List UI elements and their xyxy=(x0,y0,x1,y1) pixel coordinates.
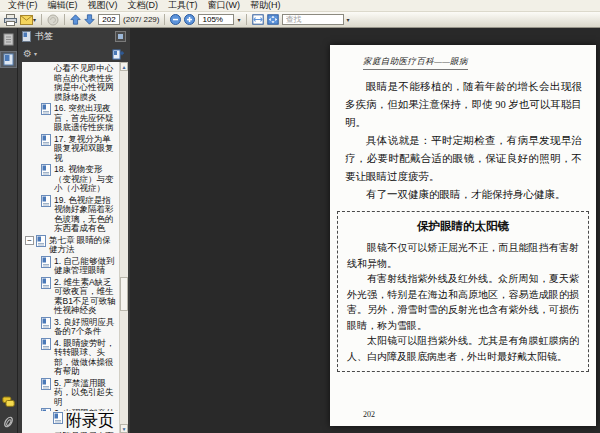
options-caret-icon: ▾ xyxy=(34,50,37,57)
comments-icon xyxy=(2,396,15,408)
menu-item[interactable]: 窗口(W) xyxy=(203,0,246,12)
bookmarks-panel-button[interactable] xyxy=(1,52,16,67)
printer-icon xyxy=(4,14,17,26)
bookmark-item[interactable]: 16. 突然出现夜盲，首先应怀疑眼底遗传性疾病 xyxy=(23,104,118,133)
collapse-toggle-icon[interactable]: − xyxy=(25,236,34,245)
find-input[interactable] xyxy=(282,14,344,25)
bookmark-label: 心看不见即中心暗点的代表性疾病是中心性视网膜脉络膜炎 xyxy=(54,64,118,102)
toolbar-separator xyxy=(41,14,42,25)
page-number-label: 202 xyxy=(363,410,375,419)
email-icon xyxy=(20,15,33,25)
bookmarks-panel-header: 书签 xyxy=(18,28,130,45)
bookmark-page-icon xyxy=(41,338,51,350)
bookmark-label: 2. 维生素A缺乏可致夜盲，维生素B1不足可致轴性视神经炎 xyxy=(54,278,118,316)
attachments-panel-button[interactable] xyxy=(1,414,16,429)
paragraph: 有了一双健康的眼睛，才能保持身心健康。 xyxy=(345,186,582,204)
bookmark-page-icon xyxy=(41,103,51,115)
paragraph: 太阳镜可以阻挡紫外线。尤其是有角膜虹膜病的人、白内障及眼底病患者，外出时最好戴太… xyxy=(347,333,579,364)
disabled-circle-icon xyxy=(47,14,59,26)
pdf-reader-window: 文件(F)编辑(E)视图(V)文档(D)工具(T)窗口(W)帮助(H) ▾ (2… xyxy=(0,0,600,433)
bookmark-icon xyxy=(41,164,51,176)
paperclip-icon xyxy=(3,415,14,429)
page-count-label: (207/ 229) xyxy=(123,15,159,24)
menu-item[interactable]: 工具(T) xyxy=(163,0,203,12)
bookmark-icon xyxy=(53,410,63,422)
menu-item[interactable]: 编辑(E) xyxy=(43,0,83,12)
menu-item[interactable]: 文件(F) xyxy=(3,0,43,12)
paragraph: 眼睛是不能移植的，随着年龄的增长会出现很多疾病，但如果注意保持，即使 90 岁也… xyxy=(345,78,582,132)
bookmark-item[interactable]: 心看不见即中心暗点的代表性疾病是中心性视网膜脉络膜炎 xyxy=(23,64,118,102)
fullscreen-button[interactable] xyxy=(267,13,279,27)
bookmark-label: 19. 色视症是指视物好象隔着彩色玻璃，无色的东西看成有色 xyxy=(54,196,118,234)
bookmark-page-icon xyxy=(36,235,46,247)
bookmark-item[interactable]: 19. 色视症是指视物好象隔着彩色玻璃，无色的东西看成有色 xyxy=(23,196,118,234)
bookmark-icon xyxy=(41,277,51,289)
bookmarks-panel-title: 书签 xyxy=(35,30,111,43)
zoom-level-value: 105% xyxy=(202,15,222,24)
bookmark-item[interactable]: 18. 视物变形（变视症）与变小（小视症） xyxy=(23,165,118,194)
bookmark-icon xyxy=(41,317,51,329)
tip-box-title: 保护眼睛的太阳镜 xyxy=(347,219,579,234)
page-content: 家庭自助医疗百科——眼病 眼睛是不能移植的，随着年龄的增长会出现很多疾病，但如果… xyxy=(330,45,596,372)
navigation-icon-strip xyxy=(0,28,18,433)
bookmark-item[interactable]: 附录页 xyxy=(23,411,118,432)
menu-item[interactable]: 帮助(H) xyxy=(245,0,286,12)
comments-panel-button[interactable] xyxy=(1,394,16,409)
bookmark-icon xyxy=(41,378,51,390)
page-number-input[interactable] xyxy=(98,14,120,25)
bookmarks-panel-toolbar: ⚙ ▾ xyxy=(18,45,130,62)
bookmark-label: 5. 严禁滥用眼药，以免引起失明 xyxy=(54,379,118,408)
previous-page-button[interactable] xyxy=(70,13,81,27)
menu-item[interactable]: 文档(D) xyxy=(123,0,164,12)
print-button[interactable] xyxy=(4,13,17,27)
body-paragraphs: 眼睛是不能移植的，随着年龄的增长会出现很多疾病，但如果注意保持，即使 90 岁也… xyxy=(345,78,582,204)
scroll-down-arrow[interactable]: ▼ xyxy=(120,424,128,433)
bookmarks-panel: 书签 ⚙ ▾ 心看不见即中心暗点的代表性疾病是中心性视网膜脉络膜炎16. 突然出… xyxy=(18,28,130,433)
pages-panel-button[interactable] xyxy=(1,32,16,47)
panel-menu-button[interactable] xyxy=(115,31,126,42)
bookmark-page-icon xyxy=(41,195,51,207)
fit-width-button[interactable] xyxy=(252,13,264,27)
bookmark-item[interactable]: 2. 维生素A缺乏可致夜盲，维生素B1不足可致轴性视神经炎 xyxy=(23,278,118,316)
fullscreen-icon xyxy=(267,14,279,25)
expand-current-bookmark-button[interactable] xyxy=(112,48,125,60)
options-gear-icon[interactable]: ⚙ xyxy=(23,49,32,59)
pages-icon xyxy=(3,33,14,46)
bookmark-page-icon xyxy=(41,164,51,176)
bookmark-item[interactable]: 1. 自己能够做到健康管理眼睛 xyxy=(23,257,118,276)
bookmark-scrollbar[interactable]: ▲ ▼ xyxy=(119,62,128,433)
bookmark-item[interactable]: 17. 复视分为单眼复视和双眼复视 xyxy=(23,135,118,164)
zoom-level-combobox[interactable]: 105% xyxy=(198,14,234,25)
bookmark-label: 4. 眼睛疲劳时，转转眼球、头部，做做体操很有帮助 xyxy=(54,339,118,377)
bookmark-icon xyxy=(41,103,51,115)
next-page-button[interactable] xyxy=(84,13,95,27)
zoom-out-button[interactable] xyxy=(170,13,181,27)
zoom-in-icon xyxy=(184,14,195,25)
scroll-up-arrow[interactable]: ▲ xyxy=(120,62,128,71)
bookmark-label: 附录页 xyxy=(66,411,118,432)
bookmark-item[interactable]: 5. 严禁滥用眼药，以免引起失明 xyxy=(23,379,118,408)
bookmark-page-icon xyxy=(41,277,51,289)
document-view-area[interactable]: 家庭自助医疗百科——眼病 眼睛是不能移植的，随着年龄的增长会出现很多疾病，但如果… xyxy=(130,28,600,433)
bookmark-tree: 心看不见即中心暗点的代表性疾病是中心性视网膜脉络膜炎16. 突然出现夜盲，首先应… xyxy=(23,64,118,433)
running-header: 家庭自助医疗百科——眼病 xyxy=(363,56,468,70)
toolbar: ▾ (207/ 229) 105% ▾ ▾ xyxy=(0,12,600,28)
bookmark-tab-icon xyxy=(22,31,31,42)
bookmark-icon xyxy=(36,235,46,247)
bookmark-item[interactable]: −第七章 眼睛的保健方法 xyxy=(23,236,118,255)
bookmark-item[interactable]: 4. 眼睛疲劳时，转转眼球、头部，做做体操很有帮助 xyxy=(23,339,118,377)
bookmarks-icon xyxy=(3,53,14,66)
paragraph: 眼镜不仅可以矫正屈光不正，而且能阻挡有害射线和异物。 xyxy=(347,240,579,271)
zoom-in-button[interactable] xyxy=(184,13,195,27)
menu-item[interactable]: 视图(V) xyxy=(83,0,123,12)
bookmark-page-icon xyxy=(53,412,63,424)
find-caret-icon: ▾ xyxy=(347,17,350,23)
paragraph: 具体说就是：平时定期检查，有病早发现早治疗，必要时配戴合适的眼镜，保证良好的照明… xyxy=(345,132,582,186)
bookmark-icon xyxy=(41,195,51,207)
email-button[interactable]: ▾ xyxy=(20,13,36,27)
bookmark-item[interactable]: 3. 良好照明应具备的7个条件 xyxy=(23,318,118,337)
paragraph: 有害射线指紫外线及红外线。众所周知，夏天紫外光强，特别是在海边和高原地区，容易造… xyxy=(347,271,579,333)
bookmark-list: 心看不见即中心暗点的代表性疾病是中心性视网膜脉络膜炎16. 突然出现夜盲，首先应… xyxy=(22,62,128,433)
scrollbar-thumb[interactable] xyxy=(120,277,128,311)
bookmark-label: 18. 视物变形（变视症）与变小（小视症） xyxy=(54,165,118,194)
